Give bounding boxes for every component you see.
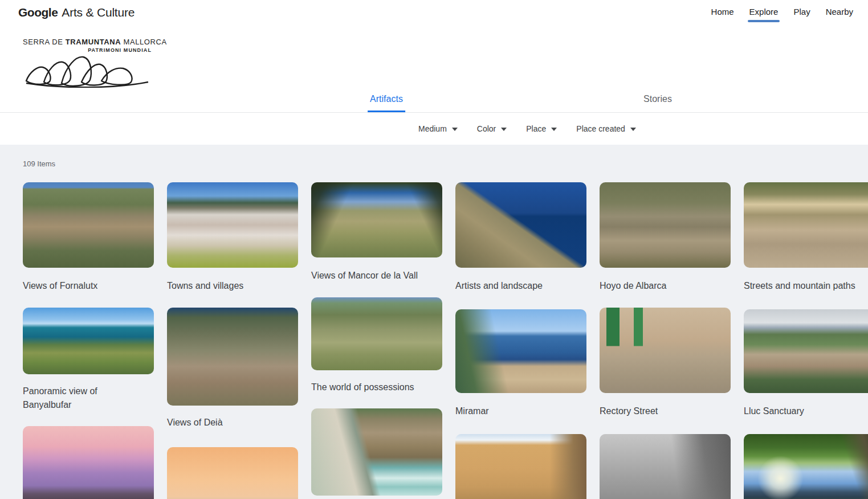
header: Google Arts & Culture Home Explore Play … (0, 0, 868, 113)
arts-culture-wordmark: Arts & Culture (62, 6, 135, 19)
artifact-image-hoyo-de-albarca[interactable] (600, 182, 731, 268)
tab-stories[interactable]: Stories (641, 94, 674, 112)
nav-explore[interactable]: Explore (749, 7, 779, 22)
partner-title: SERRA DE TRAMUNTANA MALLORCA (23, 38, 152, 46)
artifact-title[interactable]: Views of Deià (167, 416, 298, 430)
filter-color[interactable]: Color (477, 124, 507, 133)
top-navigation: Home Explore Play Nearby (711, 7, 853, 22)
caret-down-icon (452, 128, 458, 131)
artifact-title[interactable]: Views of Mancor de la Vall (311, 269, 442, 283)
grid-column-5: Hoyo de Albarca Rectory Street (600, 182, 731, 499)
artifact-image-views-of-deia[interactable] (167, 308, 298, 406)
page: Google Arts & Culture Home Explore Play … (0, 0, 868, 499)
filter-place[interactable]: Place (526, 124, 557, 133)
partner-subtitle: PATRIMONI MUNDIAL (23, 47, 152, 53)
artifact-image-miramar[interactable] (455, 309, 586, 393)
filter-medium[interactable]: Medium (418, 124, 458, 133)
artifact-image-towns-and-villages[interactable] (167, 182, 298, 268)
artifact-image-panoramic-view-of-banyalbufar[interactable] (23, 308, 154, 374)
grid-column-4: Artists and landscape Miramar (455, 182, 586, 499)
filter-bar: Medium Color Place Place created (0, 113, 868, 145)
results-count: 109 Items (23, 159, 868, 169)
artifact-title[interactable]: Panoramic view of Banyalbufar (23, 385, 154, 412)
filter-place-created-label: Place created (576, 124, 625, 133)
artifact-image-streets-and-mountain-paths[interactable] (744, 182, 868, 268)
grid-column-6: Streets and mountain paths Lluc Sanctuar… (744, 182, 868, 499)
nav-play[interactable]: Play (793, 7, 810, 22)
google-wordmark: Google (18, 6, 58, 19)
artifact-title[interactable]: Lluc Sanctuary (744, 404, 868, 418)
filter-place-label: Place (526, 124, 546, 133)
serra-de-tramuntana-partner-logo[interactable]: SERRA DE TRAMUNTANA MALLORCA PATRIMONI M… (23, 38, 152, 88)
artifact-image-lighthouse-cliff[interactable] (311, 408, 442, 496)
artifact-image-views-of-fornalutx[interactable] (23, 182, 154, 268)
tab-artifacts[interactable]: Artifacts (368, 94, 405, 112)
artifact-image-orange-sunset[interactable] (167, 447, 298, 499)
artifact-image-rectory-street[interactable] (600, 308, 731, 393)
artifact-image-artists-and-landscape[interactable] (455, 182, 586, 268)
grid-column-1: Views of Fornalutx Panoramic view of Ban… (23, 182, 154, 499)
caret-down-icon (551, 128, 557, 131)
artifact-image-ochre-street[interactable] (455, 434, 586, 499)
artifact-title[interactable]: Hoyo de Albarca (600, 279, 731, 293)
google-arts-culture-logo[interactable]: Google Arts & Culture (18, 6, 135, 19)
filter-place-created[interactable]: Place created (576, 124, 636, 133)
mountains-outline-icon (23, 54, 152, 88)
filter-color-label: Color (477, 124, 496, 133)
artifact-title[interactable]: Streets and mountain paths (744, 279, 868, 293)
filter-group: Medium Color Place Place created (418, 124, 636, 133)
artifact-image-the-world-of-possessions[interactable] (311, 297, 442, 370)
results-area: 109 Items Views of Fornalutx Panoramic v… (0, 145, 868, 499)
caret-down-icon (501, 128, 507, 131)
nav-home[interactable]: Home (711, 7, 734, 22)
artifact-image-pink-sunset[interactable] (23, 426, 154, 499)
artifact-image-lluc-sanctuary[interactable] (744, 309, 868, 393)
artifact-title[interactable]: Views of Fornalutx (23, 279, 154, 293)
artifact-grid: Views of Fornalutx Panoramic view of Ban… (23, 182, 868, 499)
grid-column-3: Views of Mancor de la Vall The world of … (311, 182, 442, 496)
filter-medium-label: Medium (418, 124, 447, 133)
artifact-title[interactable]: Miramar (455, 404, 586, 418)
artifact-title[interactable]: Rectory Street (600, 404, 731, 418)
artifact-title[interactable]: Towns and villages (167, 279, 298, 293)
nav-nearby[interactable]: Nearby (826, 7, 853, 22)
artifact-title[interactable]: Artists and landscape (455, 279, 586, 293)
artifact-title[interactable]: The world of possessions (311, 381, 442, 394)
grid-column-2: Towns and villages Views of Deià (167, 182, 298, 499)
artifact-image-tree-canopy[interactable] (744, 434, 868, 499)
artifact-image-views-of-mancor-de-la-vall[interactable] (311, 182, 442, 257)
artifact-image-bw-stone-arch[interactable] (600, 434, 731, 499)
caret-down-icon (630, 128, 636, 131)
